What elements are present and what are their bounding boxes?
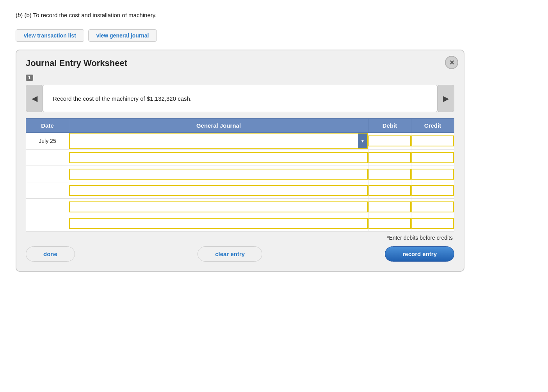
header-date: Date [26, 119, 69, 133]
worksheet-title: Journal Entry Worksheet [26, 58, 454, 68]
header-general-journal: General Journal [69, 119, 368, 133]
debit-cell [368, 199, 411, 215]
credit-input[interactable] [411, 169, 454, 180]
journal-table: Date General Journal Debit Credit July 2… [26, 118, 454, 232]
date-cell [26, 182, 69, 199]
record-entry-button[interactable]: record entry [385, 246, 454, 262]
journal-input[interactable] [69, 201, 368, 212]
journal-input[interactable] [69, 185, 368, 196]
debit-input[interactable] [368, 201, 411, 212]
table-row [26, 182, 454, 199]
debit-cell [368, 166, 411, 182]
instruction-row: ◀ Record the cost of the machinery of $1… [26, 85, 454, 112]
debit-input[interactable] [368, 218, 411, 229]
credit-input[interactable] [411, 185, 454, 196]
table-row [26, 150, 454, 166]
step-badge: 1 [26, 75, 33, 81]
next-nav-button[interactable]: ▶ [437, 85, 454, 112]
clear-entry-button[interactable]: clear entry [197, 246, 262, 262]
date-cell [26, 199, 69, 215]
credit-input[interactable] [411, 201, 454, 212]
debit-input[interactable] [368, 152, 411, 163]
date-cell [26, 215, 69, 232]
journal-cell [69, 199, 368, 215]
debit-cell [368, 150, 411, 166]
top-buttons-row: view transaction list view general journ… [16, 29, 532, 42]
dropdown-arrow-icon[interactable]: ▼ [358, 133, 368, 149]
table-row: July 25▼ [26, 133, 454, 150]
debit-input[interactable] [368, 135, 411, 146]
credit-input[interactable] [411, 135, 454, 146]
table-header-row: Date General Journal Debit Credit [26, 119, 454, 133]
table-row [26, 199, 454, 215]
debit-input[interactable] [368, 169, 411, 180]
journal-cell [69, 150, 368, 166]
journal-cell [69, 215, 368, 232]
debit-cell [368, 182, 411, 199]
journal-cell [69, 166, 368, 182]
table-row [26, 215, 454, 232]
debit-cell [368, 215, 411, 232]
view-general-journal-button[interactable]: view general journal [88, 29, 157, 42]
journal-cell: ▼ [69, 133, 368, 150]
credit-cell [411, 199, 454, 215]
journal-input[interactable] [69, 218, 368, 229]
credit-cell [411, 166, 454, 182]
journal-input[interactable] [69, 152, 368, 163]
credit-cell [411, 215, 454, 232]
credit-cell [411, 150, 454, 166]
journal-entry-worksheet: ✕ Journal Entry Worksheet 1 ◀ Record the… [16, 50, 464, 272]
intro-italic: b [18, 12, 21, 18]
instruction-text: Record the cost of the machinery of $1,1… [43, 85, 437, 112]
view-transaction-list-button[interactable]: view transaction list [16, 29, 84, 42]
hint-text: *Enter debits before credits [26, 235, 454, 241]
credit-input[interactable] [411, 152, 454, 163]
journal-input[interactable] [69, 133, 368, 149]
date-cell [26, 150, 69, 166]
table-row [26, 166, 454, 182]
date-cell: July 25 [26, 133, 69, 150]
intro-text: (b) (b) To record the cost and installat… [16, 12, 532, 18]
debit-input[interactable] [368, 185, 411, 196]
close-button[interactable]: ✕ [445, 56, 458, 69]
done-button[interactable]: done [26, 246, 75, 262]
credit-input[interactable] [411, 218, 454, 229]
date-cell [26, 166, 69, 182]
journal-input[interactable] [69, 169, 368, 180]
credit-cell [411, 182, 454, 199]
header-credit: Credit [411, 119, 454, 133]
journal-cell [69, 182, 368, 199]
credit-cell [411, 133, 454, 150]
bottom-buttons-row: done clear entry record entry [26, 246, 454, 262]
prev-nav-button[interactable]: ◀ [26, 85, 43, 112]
debit-cell [368, 133, 411, 150]
header-debit: Debit [368, 119, 411, 133]
